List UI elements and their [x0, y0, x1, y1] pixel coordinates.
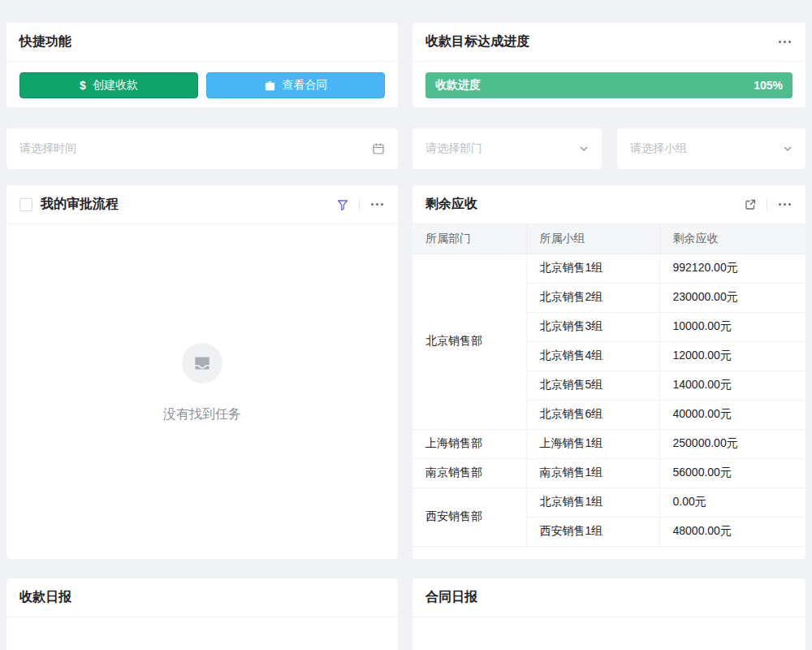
- view-contract-button[interactable]: 查看合同: [206, 72, 385, 98]
- table-row: 上海销售部上海销售1组250000.00元: [412, 429, 806, 458]
- create-payment-button[interactable]: $ 创建收款: [19, 72, 198, 98]
- more-icon[interactable]: [777, 37, 793, 46]
- target-progress-header: 收款目标达成进度: [412, 23, 806, 62]
- quick-actions-body: $ 创建收款 查看合同: [6, 62, 398, 109]
- department-select-placeholder: 请选择部门: [425, 141, 482, 156]
- contract-daily-title: 合同日报: [425, 589, 477, 606]
- group-cell: 北京销售3组: [526, 312, 659, 341]
- amount-cell: 250000.00元: [659, 429, 806, 458]
- briefcase-icon: [264, 80, 276, 92]
- view-contract-label: 查看合同: [283, 78, 328, 93]
- dept-cell: 西安销售部: [412, 488, 526, 546]
- amount-cell: 0.00元: [659, 488, 806, 517]
- payment-daily-card: 收款日报: [6, 578, 398, 650]
- column-header-amount: 剩余应收: [659, 224, 806, 254]
- amount-cell: 14000.00元: [659, 370, 806, 400]
- amount-cell: 48000.00元: [659, 517, 806, 546]
- header-divider: [767, 199, 767, 210]
- payment-daily-title: 收款日报: [19, 589, 71, 606]
- table-header-row: 所属部门 所属小组 剩余应收: [412, 224, 806, 254]
- receivables-title: 剩余应收: [425, 196, 477, 213]
- table-row: 北京销售部北京销售1组992120.00元: [412, 254, 806, 283]
- approval-empty-state: 没有找到任务: [6, 216, 398, 550]
- table-row: 西安销售部北京销售1组0.00元: [412, 488, 806, 517]
- more-icon[interactable]: [369, 200, 385, 209]
- chevron-down-icon: [783, 144, 793, 154]
- group-select[interactable]: 请选择小组: [617, 128, 806, 169]
- receivables-table: 所属部门 所属小组 剩余应收 北京销售部北京销售1组992120.00元北京销售…: [412, 224, 806, 547]
- contract-daily-header: 合同日报: [412, 578, 806, 618]
- amount-cell: 992120.00元: [659, 254, 806, 283]
- target-progress-title: 收款目标达成进度: [425, 33, 529, 50]
- approval-checkbox[interactable]: [19, 198, 32, 211]
- payment-daily-header: 收款日报: [6, 578, 398, 618]
- quick-actions-header: 快捷功能: [6, 23, 398, 62]
- group-cell: 北京销售1组: [526, 254, 659, 283]
- filter-icon[interactable]: [336, 198, 349, 211]
- time-select-placeholder: 请选择时间: [19, 141, 76, 156]
- table-row: 南京销售部南京销售1组56000.00元: [412, 458, 806, 488]
- approval-title: 我的审批流程: [41, 196, 119, 213]
- group-cell: 北京销售2组: [526, 283, 659, 312]
- progress-bar-label: 收款进度: [435, 78, 481, 93]
- header-divider: [359, 199, 360, 210]
- amount-cell: 10000.00元: [659, 312, 806, 341]
- group-cell: 北京销售5组: [526, 370, 659, 400]
- amount-cell: 40000.00元: [659, 400, 806, 429]
- chevron-down-icon: [579, 144, 589, 154]
- group-cell: 北京销售1组: [526, 488, 659, 517]
- progress-bar: 收款进度 105%: [425, 72, 793, 98]
- department-select[interactable]: 请选择部门: [412, 128, 602, 169]
- contract-daily-card: 合同日报: [412, 578, 806, 650]
- more-icon[interactable]: [777, 200, 793, 209]
- amount-cell: 12000.00元: [659, 341, 806, 370]
- target-progress-card: 收款目标达成进度 收款进度 105%: [412, 23, 806, 107]
- column-header-group: 所属小组: [526, 224, 659, 254]
- create-payment-label: 创建收款: [93, 78, 138, 93]
- receivables-card: 剩余应收 所属部门 所属小组 剩余应收 北京销售部北京销售1组992120.00…: [412, 185, 806, 559]
- open-external-icon[interactable]: [744, 198, 757, 211]
- quick-actions-title: 快捷功能: [19, 33, 71, 50]
- group-cell: 南京销售1组: [526, 458, 659, 488]
- empty-inbox-icon: [182, 343, 222, 384]
- calendar-icon: [372, 142, 385, 155]
- column-header-dept: 所属部门: [412, 224, 526, 254]
- time-select[interactable]: 请选择时间: [6, 128, 398, 169]
- receivables-header: 剩余应收: [412, 185, 806, 224]
- dept-cell: 上海销售部: [412, 429, 526, 458]
- group-cell: 上海销售1组: [526, 429, 659, 458]
- quick-actions-card: 快捷功能 $ 创建收款 查看合同: [6, 23, 398, 107]
- dept-cell: 南京销售部: [412, 458, 526, 488]
- receivables-table-body: 北京销售部北京销售1组992120.00元北京销售2组230000.00元北京销…: [412, 254, 806, 546]
- group-cell: 北京销售4组: [526, 341, 659, 370]
- amount-cell: 56000.00元: [659, 458, 806, 488]
- empty-state-text: 没有找到任务: [163, 406, 241, 423]
- group-cell: 西安销售1组: [526, 517, 659, 546]
- progress-percent: 105%: [754, 79, 783, 92]
- dept-cell: 北京销售部: [412, 254, 526, 429]
- amount-cell: 230000.00元: [659, 283, 806, 312]
- group-cell: 北京销售6组: [526, 400, 659, 429]
- dollar-icon: $: [80, 79, 86, 92]
- group-select-placeholder: 请选择小组: [630, 141, 687, 156]
- approval-card: 我的审批流程 没有找到任务: [6, 185, 398, 559]
